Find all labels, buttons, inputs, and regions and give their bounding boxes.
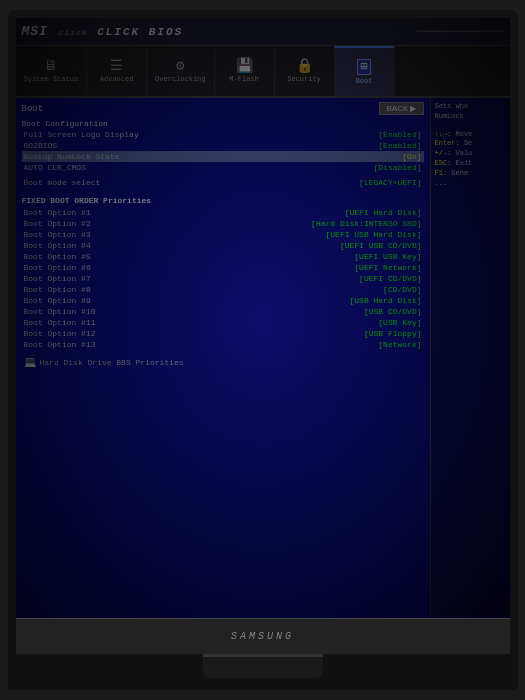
key-hint-1: ↑↓↔: Move <box>435 130 506 140</box>
samsung-logo: SAMSUNG <box>231 631 294 642</box>
full-screen-logo-label: Full Screen Logo Display <box>24 130 139 139</box>
boot-opt-6-label: Boot Option #6 <box>24 263 91 272</box>
boot-opt-7-label: Boot Option #7 <box>24 274 91 283</box>
monitor: MSI click CLICK BIOS ━━━━━━━━━━━━━━━━━━ … <box>8 10 518 690</box>
row-boot-opt-6[interactable]: Boot Option #6 [UEFI Network] <box>22 262 424 273</box>
boot-opt-11-value: [USB Key] <box>378 318 421 327</box>
auto-clr-value: [Disabled] <box>373 163 421 172</box>
boot-opt-12-value: [USB Floppy] <box>364 329 422 338</box>
tab-mflash[interactable]: 💾 M-Flash <box>215 46 275 96</box>
row-boot-opt-7[interactable]: Boot Option #7 [UEFI CD/DVD] <box>22 273 424 284</box>
row-go2bios[interactable]: GO2BIOS [Enabled] <box>22 140 424 151</box>
tab-boot-label: Boot <box>356 77 373 85</box>
row-boot-opt-8[interactable]: Boot Option #8 [CD/DVD] <box>22 284 424 295</box>
boot-opt-8-value: [CD/DVD] <box>383 285 421 294</box>
boot-opt-9-value: [USB Hard Disk] <box>349 296 421 305</box>
row-full-screen-logo[interactable]: Full Screen Logo Display [Enabled] <box>22 129 424 140</box>
boot-opt-7-value: [UEFI CD/DVD] <box>359 274 421 283</box>
boot-opt-4-value: [UEFI USB CD/DVD] <box>340 241 422 250</box>
tab-advanced-label: Advanced <box>100 75 134 83</box>
tab-overclocking[interactable]: ⚙ Overclocking <box>147 46 214 96</box>
bios-label: CLICK BIOS <box>97 26 183 38</box>
tab-system-status[interactable]: 🖥 System Status <box>16 46 88 96</box>
row-boot-opt-12[interactable]: Boot Option #12 [USB Floppy] <box>22 328 424 339</box>
boot-opt-13-label: Boot Option #13 <box>24 340 96 349</box>
boot-opt-3-label: Boot Option #3 <box>24 230 91 239</box>
bios-nav: 🖥 System Status ☰ Advanced ⚙ Overclockin… <box>16 46 510 98</box>
bios-main: Boot BACK ▶ Boot Configuration Full Scre… <box>16 98 510 616</box>
bios-sidebar: Sets wheNumLock ↑↓↔: Move Enter: Se +/-:… <box>430 98 510 616</box>
boot-opt-2-value: [Hard Disk:INTENSO SSD] <box>311 219 421 228</box>
tab-system-status-label: System Status <box>24 75 79 83</box>
boot-opt-10-label: Boot Option #10 <box>24 307 96 316</box>
tab-mflash-label: M-Flash <box>229 75 258 83</box>
tab-advanced[interactable]: ☰ Advanced <box>87 46 147 96</box>
row-boot-opt-2[interactable]: Boot Option #2 [Hard Disk:INTENSO SSD] <box>22 218 424 229</box>
row-boot-opt-3[interactable]: Boot Option #3 [UEFI USB Hard Disk] <box>22 229 424 240</box>
monitor-bottom: SAMSUNG <box>16 618 510 654</box>
boot-opt-5-value: [UEFI USB Key] <box>354 252 421 261</box>
row-boot-opt-4[interactable]: Boot Option #4 [UEFI USB CD/DVD] <box>22 240 424 251</box>
row-boot-opt-5[interactable]: Boot Option #5 [UEFI USB Key] <box>22 251 424 262</box>
row-boot-opt-13[interactable]: Boot Option #13 [Network] <box>22 339 424 350</box>
full-screen-logo-value: [Enabled] <box>378 130 421 139</box>
key-hints: ↑↓↔: Move Enter: Se +/-: Valu ESC: Exit … <box>435 130 506 189</box>
bios-screen: MSI click CLICK BIOS ━━━━━━━━━━━━━━━━━━ … <box>16 18 510 618</box>
hdd-footer[interactable]: 💻 Hard Disk Drive BBS Priorities <box>22 354 424 370</box>
boot-icon: ⊞ <box>357 59 370 75</box>
row-boot-opt-9[interactable]: Boot Option #9 [USB Hard Disk] <box>22 295 424 306</box>
numlock-value: [On] <box>402 152 421 161</box>
row-auto-clr[interactable]: AUTO CLR_CMOS [Disabled] <box>22 162 424 173</box>
boot-opt-6-value: [UEFI Network] <box>354 263 421 272</box>
mflash-icon: 💾 <box>236 59 253 73</box>
boot-opt-4-label: Boot Option #4 <box>24 241 91 250</box>
boot-mode-value: [LEGACY+UEFI] <box>359 178 421 187</box>
fixed-boot-header: FIXED BOOT ORDER Priorities <box>22 196 424 205</box>
content-header: Boot BACK ▶ <box>22 102 424 115</box>
sidebar-hint: Sets wheNumLock <box>435 102 506 122</box>
boot-opt-11-label: Boot Option #11 <box>24 318 96 327</box>
bios-content: Boot BACK ▶ Boot Configuration Full Scre… <box>16 98 430 616</box>
monitor-stand <box>203 654 323 678</box>
boot-opt-12-label: Boot Option #12 <box>24 329 96 338</box>
hdd-icon: 💻 <box>24 356 36 368</box>
boot-opt-1-label: Boot Option #1 <box>24 208 91 217</box>
key-hint-4: F1: Gene... <box>435 169 506 189</box>
key-hint-3: ESC: Exit <box>435 159 506 169</box>
click-label: click <box>59 28 88 37</box>
system-status-icon: 🖥 <box>44 59 58 73</box>
boot-mode-label: Boot mode select <box>24 178 101 187</box>
row-boot-opt-10[interactable]: Boot Option #10 [USB CD/DVD] <box>22 306 424 317</box>
boot-opt-10-value: [USB CD/DVD] <box>364 307 422 316</box>
row-boot-opt-1[interactable]: Boot Option #1 [UEFI Hard Disk] <box>22 207 424 218</box>
row-boot-opt-11[interactable]: Boot Option #11 [USB Key] <box>22 317 424 328</box>
row-boot-mode[interactable]: Boot mode select [LEGACY+UEFI] <box>22 177 424 188</box>
tab-security-label: Security <box>287 75 321 83</box>
boot-opt-2-label: Boot Option #2 <box>24 219 91 228</box>
tab-security[interactable]: 🔒 Security <box>275 46 335 96</box>
back-button[interactable]: BACK ▶ <box>379 102 423 115</box>
hint-text: Sets wheNumLock <box>435 102 469 120</box>
bios-logo: MSI click CLICK BIOS <box>22 24 184 39</box>
boot-opt-13-value: [Network] <box>378 340 421 349</box>
key-hint-2: Enter: Se +/-: Valu <box>435 139 506 159</box>
numlock-label: Bootup NumLock State <box>24 152 120 161</box>
go2bios-value: [Enabled] <box>378 141 421 150</box>
advanced-icon: ☰ <box>110 59 123 73</box>
boot-opt-9-label: Boot Option #9 <box>24 296 91 305</box>
boot-opt-8-label: Boot Option #8 <box>24 285 91 294</box>
security-icon: 🔒 <box>296 59 313 73</box>
hdd-label: Hard Disk Drive BBS Priorities <box>40 358 184 367</box>
boot-opt-3-value: [UEFI USB Hard Disk] <box>325 230 421 239</box>
boot-config-header: Boot Configuration <box>22 119 424 128</box>
page-title: Boot <box>22 104 44 114</box>
screen: MSI click CLICK BIOS ━━━━━━━━━━━━━━━━━━ … <box>16 18 510 618</box>
boot-opt-5-label: Boot Option #5 <box>24 252 91 261</box>
divider-2 <box>22 188 424 192</box>
msi-brand: MSI <box>22 24 48 39</box>
overclocking-icon: ⚙ <box>176 59 184 73</box>
boot-opt-1-value: [UEFI Hard Disk] <box>345 208 422 217</box>
tab-boot[interactable]: ⊞ Boot <box>335 46 395 96</box>
row-numlock[interactable]: Bootup NumLock State [On] <box>22 151 424 162</box>
tab-overclocking-label: Overclocking <box>155 75 205 83</box>
